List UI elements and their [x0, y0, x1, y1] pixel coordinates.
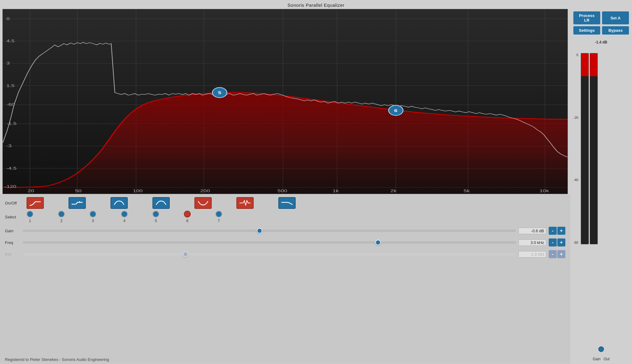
- bw-label: BW: [5, 252, 20, 257]
- footer-text: Registered to Pieter Stenekes - Sonoris …: [5, 357, 109, 362]
- band-1-dot[interactable]: [27, 211, 33, 217]
- right-panel: Process LR Set A Settings Bypass -1.4 dB…: [570, 9, 632, 364]
- out-bottom-label: Out: [604, 357, 609, 361]
- band-2-dot[interactable]: [58, 211, 65, 217]
- gain-slider[interactable]: [23, 230, 516, 232]
- bw-value: 1.3 Oct: [518, 251, 546, 258]
- band-4-selector[interactable]: 4: [121, 211, 128, 223]
- gain-dot[interactable]: [598, 346, 604, 352]
- band-4-dot[interactable]: [121, 211, 128, 217]
- svg-text:5: 5: [218, 90, 221, 95]
- band-2-number: 2: [60, 219, 63, 223]
- bw-plus-button[interactable]: +: [557, 250, 565, 258]
- vu-scale: 0 -20 -40 -60: [573, 53, 578, 244]
- svg-text:100: 100: [133, 188, 143, 193]
- bypass-button[interactable]: Bypass: [602, 26, 629, 35]
- settings-button[interactable]: Settings: [573, 26, 600, 35]
- process-lr-button[interactable]: Process LR: [573, 11, 600, 24]
- svg-text:3: 3: [6, 61, 10, 65]
- svg-text:1.5: 1.5: [6, 83, 15, 88]
- vu-scale-20: -20: [573, 116, 578, 119]
- svg-text:500: 500: [277, 188, 287, 193]
- band-5-selector[interactable]: 5: [152, 211, 159, 223]
- footer: Registered to Pieter Stenekes - Sonoris …: [0, 355, 570, 364]
- svg-text:20: 20: [28, 188, 34, 193]
- svg-text:1k: 1k: [333, 188, 339, 193]
- svg-text:2k: 2k: [390, 188, 397, 193]
- svg-text:-3: -3: [6, 143, 12, 148]
- band-5-button[interactable]: [194, 197, 212, 209]
- band-4-number: 4: [123, 219, 126, 223]
- band-4-button[interactable]: [152, 197, 170, 209]
- onoff-label: On/Off: [5, 201, 23, 205]
- band-7-button[interactable]: [278, 197, 296, 209]
- band-2-button[interactable]: [69, 197, 86, 209]
- gain-row: Gain -0.6 dB - +: [5, 227, 565, 235]
- set-a-button[interactable]: Set A: [602, 11, 629, 24]
- band-6-number: 6: [186, 219, 189, 223]
- vu-scale-40: -40: [573, 178, 578, 182]
- svg-text:50: 50: [75, 188, 81, 193]
- gain-thumb[interactable]: [257, 228, 262, 234]
- right-buttons-row: Process LR Set A: [573, 11, 629, 24]
- svg-text:5k: 5k: [464, 188, 470, 193]
- band-2-selector[interactable]: 2: [58, 211, 65, 223]
- svg-text:4.5: 4.5: [6, 39, 15, 43]
- vu-meter-left: [581, 53, 589, 244]
- vu-bottom-labels: Gain Out: [573, 354, 629, 361]
- band-6-selector[interactable]: 6: [184, 211, 191, 223]
- band-1-selector[interactable]: 1: [27, 211, 33, 223]
- vu-db-label: -1.4 dB: [573, 40, 629, 44]
- bw-thumb[interactable]: [183, 251, 188, 257]
- band-7-selector[interactable]: 7: [215, 211, 222, 223]
- select-label: Select: [5, 215, 23, 219]
- band-3-dot[interactable]: [89, 211, 96, 217]
- freq-label: Freq: [5, 240, 20, 245]
- bw-slider[interactable]: [23, 253, 516, 255]
- band-6-dot[interactable]: [184, 211, 191, 217]
- vu-scale-60: -60: [573, 241, 578, 244]
- right-buttons-row-2: Settings Bypass: [573, 26, 629, 35]
- freq-row: Freq 3.0 kHz - +: [5, 238, 565, 246]
- band-3-selector[interactable]: 3: [89, 211, 96, 223]
- svg-text:10k: 10k: [539, 188, 549, 193]
- band-onoff-row: On/Off: [5, 197, 565, 209]
- freq-slider[interactable]: [23, 241, 516, 244]
- band-7-dot[interactable]: [215, 211, 222, 217]
- bw-buttons: - +: [549, 250, 565, 258]
- band-3-number: 3: [92, 219, 94, 223]
- vu-meter-right: [590, 53, 598, 244]
- band-1-button[interactable]: [27, 197, 44, 209]
- svg-text:-1.5: -1.5: [6, 121, 17, 126]
- band-5-number: 5: [155, 219, 157, 223]
- band-6-button[interactable]: [236, 197, 254, 209]
- band-3-button[interactable]: [110, 197, 128, 209]
- gain-buttons: - +: [549, 227, 565, 235]
- bw-row: BW 1.3 Oct - +: [5, 250, 565, 258]
- band-selectors: 1 2 3 4 5: [27, 211, 222, 223]
- svg-text:-4.5: -4.5: [6, 166, 17, 170]
- gain-minus-button[interactable]: -: [549, 227, 557, 235]
- freq-thumb[interactable]: [375, 240, 381, 245]
- svg-text:0: 0: [6, 16, 10, 21]
- vu-bar-left: [581, 53, 589, 244]
- band-5-dot[interactable]: [152, 211, 159, 217]
- freq-value: 3.0 kHz: [518, 239, 546, 246]
- band-select-row: Select 1 2 3 4: [5, 211, 565, 223]
- freq-plus-button[interactable]: +: [557, 238, 565, 246]
- gain-plus-button[interactable]: +: [557, 227, 565, 235]
- svg-text:-120: -120: [5, 184, 16, 189]
- svg-text:-60: -60: [6, 102, 15, 107]
- vu-section: 0 -20 -40 -60: [573, 53, 629, 335]
- gain-bottom-label: Gain: [593, 357, 601, 361]
- vu-scale-0: 0: [573, 53, 578, 57]
- eq-canvas[interactable]: 0 4.5 3 1.5 -60 -1.5 -3 -4.5 -120 20 50 …: [2, 9, 568, 194]
- vu-bar-right: [590, 53, 598, 244]
- svg-text:200: 200: [200, 188, 210, 193]
- band-buttons: [27, 197, 296, 209]
- bw-minus-button[interactable]: -: [549, 250, 557, 258]
- svg-text:6: 6: [394, 108, 397, 113]
- freq-minus-button[interactable]: -: [549, 238, 557, 246]
- gain-value: -0.6 dB: [518, 228, 546, 234]
- band-7-number: 7: [218, 219, 220, 223]
